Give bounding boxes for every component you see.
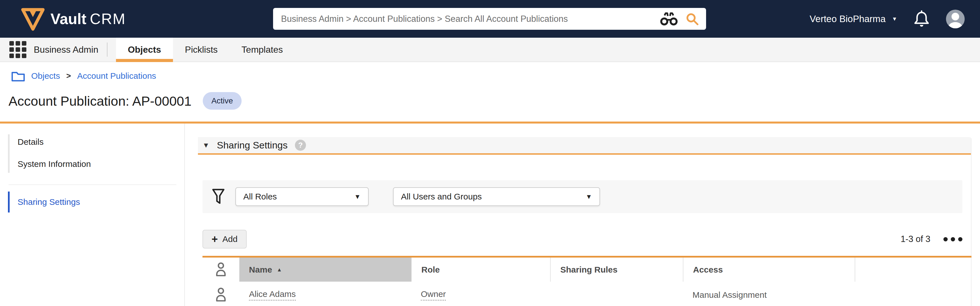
sidebar-item-sharing-settings[interactable]: Sharing Settings bbox=[8, 192, 80, 212]
column-header-name-label: Name bbox=[249, 265, 272, 274]
breadcrumb-account-publications-link[interactable]: Account Publications bbox=[77, 71, 156, 81]
roles-filter-value: All Roles bbox=[243, 192, 277, 201]
avatar-head-shape bbox=[951, 13, 959, 21]
users-groups-filter-dropdown[interactable]: All Users and Groups ▼ bbox=[393, 187, 600, 206]
top-bar: Vault CRM Verteo BioPharma ▼ bbox=[0, 0, 980, 38]
plus-icon: + bbox=[212, 234, 218, 244]
sharing-settings-section: ▼ Sharing Settings ? All Roles ▼ All Use… bbox=[198, 137, 972, 306]
breadcrumb-objects-link[interactable]: Objects bbox=[31, 71, 60, 81]
page-title: Account Publication: AP-00001 bbox=[8, 93, 191, 109]
column-header-sharing-rules[interactable]: Sharing Rules bbox=[550, 258, 683, 282]
search-icon[interactable] bbox=[686, 13, 699, 25]
main-content: ▼ Sharing Settings ? All Roles ▼ All Use… bbox=[198, 124, 980, 306]
pagination-range: 1-3 of 3 bbox=[900, 234, 931, 244]
app-launcher-grid-icon[interactable] bbox=[10, 41, 26, 58]
user-avatar[interactable] bbox=[946, 10, 965, 29]
more-actions-icon[interactable] bbox=[943, 234, 963, 244]
roles-filter-dropdown[interactable]: All Roles ▼ bbox=[235, 187, 369, 206]
tab-picklists-label: Picklists bbox=[185, 44, 218, 55]
column-header-role[interactable]: Role bbox=[411, 258, 550, 282]
search-input[interactable] bbox=[280, 14, 652, 24]
org-name: Verteo BioPharma bbox=[810, 14, 886, 24]
tab-objects[interactable]: Objects bbox=[116, 38, 173, 62]
add-button-label: Add bbox=[222, 234, 237, 244]
brand-vault: Vault bbox=[51, 10, 86, 27]
brand-text: Vault CRM bbox=[51, 10, 126, 27]
tab-templates-label: Templates bbox=[242, 44, 283, 55]
role-cell: Owner bbox=[411, 289, 550, 301]
column-header-access-label: Access bbox=[693, 265, 723, 274]
global-search bbox=[273, 8, 706, 30]
notifications-bell-icon[interactable] bbox=[914, 10, 929, 28]
users-groups-filter-value: All Users and Groups bbox=[401, 192, 482, 201]
nav-tabs: Objects Picklists Templates bbox=[116, 38, 295, 62]
page-divider-rule bbox=[0, 122, 980, 124]
role-link[interactable]: Owner bbox=[421, 289, 446, 301]
page-head: Account Publication: AP-00001 Active bbox=[8, 90, 242, 112]
user-name-link[interactable]: Alice Adams bbox=[249, 289, 296, 301]
sidebar-section-nav: Details System Information bbox=[8, 134, 167, 173]
sort-asc-icon: ▲ bbox=[277, 266, 282, 273]
filter-panel: All Roles ▼ All Users and Groups ▼ bbox=[202, 180, 963, 213]
table-row: Alice Adams Owner Manual Assignment bbox=[202, 282, 972, 306]
caret-down-icon: ▼ bbox=[585, 193, 592, 201]
sidebar-group-divider bbox=[8, 184, 177, 185]
chevron-right-icon: > bbox=[66, 71, 71, 81]
advanced-search-binoculars-icon[interactable] bbox=[660, 12, 678, 26]
admin-nav-bar: Business Admin Objects Picklists Templat… bbox=[0, 38, 980, 62]
nav-left: Business Admin bbox=[0, 38, 99, 62]
person-icon bbox=[215, 287, 228, 303]
tab-templates[interactable]: Templates bbox=[230, 38, 295, 62]
app-label[interactable]: Business Admin bbox=[34, 44, 99, 55]
column-header-sharing-rules-label: Sharing Rules bbox=[560, 265, 617, 274]
person-icon bbox=[215, 262, 228, 277]
breadcrumb: Objects > Account Publications bbox=[11, 68, 156, 83]
user-type-column-icon bbox=[202, 258, 239, 282]
sharing-settings-table: Name ▲ Role Sharing Rules Access bbox=[202, 256, 972, 306]
column-header-empty bbox=[855, 258, 972, 282]
toolbar-right: 1-3 of 3 bbox=[900, 234, 963, 244]
sidebar-content-divider bbox=[184, 124, 185, 306]
collapse-caret-icon[interactable]: ▼ bbox=[202, 141, 210, 149]
help-icon[interactable]: ? bbox=[295, 140, 306, 151]
vault-crm-logo[interactable]: Vault CRM bbox=[21, 0, 126, 38]
column-header-access[interactable]: Access bbox=[683, 258, 855, 282]
section-header: ▼ Sharing Settings ? bbox=[198, 137, 971, 155]
org-selector[interactable]: Verteo BioPharma ▼ bbox=[810, 14, 897, 24]
caret-down-icon: ▼ bbox=[354, 193, 361, 201]
sidebar-item-details[interactable]: Details bbox=[18, 137, 167, 147]
vault-v-icon bbox=[21, 6, 45, 32]
add-button[interactable]: + Add bbox=[202, 230, 247, 249]
filter-funnel-icon bbox=[212, 188, 225, 205]
topbar-right-cluster: Verteo BioPharma ▼ bbox=[810, 0, 965, 38]
nav-divider bbox=[107, 43, 107, 57]
column-header-name[interactable]: Name ▲ bbox=[239, 258, 411, 282]
row-user-icon-cell bbox=[202, 287, 239, 303]
status-badge: Active bbox=[203, 92, 241, 109]
name-cell: Alice Adams bbox=[239, 289, 411, 301]
table-toolbar: + Add 1-3 of 3 bbox=[202, 229, 963, 250]
sidebar-item-system-information[interactable]: System Information bbox=[18, 159, 167, 169]
brand-crm: CRM bbox=[90, 10, 126, 27]
column-header-role-label: Role bbox=[422, 265, 440, 274]
tab-picklists[interactable]: Picklists bbox=[173, 38, 230, 62]
tab-objects-label: Objects bbox=[128, 44, 161, 55]
section-title: Sharing Settings bbox=[217, 140, 288, 151]
folder-icon bbox=[11, 70, 25, 82]
avatar-torso-shape bbox=[948, 22, 963, 29]
access-cell: Manual Assignment bbox=[683, 290, 855, 300]
caret-down-icon: ▼ bbox=[892, 16, 897, 22]
table-header-row: Name ▲ Role Sharing Rules Access bbox=[202, 258, 972, 282]
